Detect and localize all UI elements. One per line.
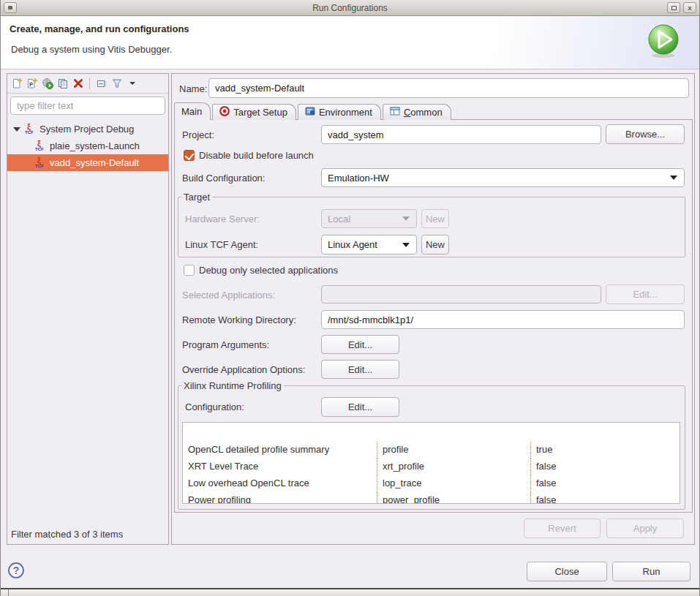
- question-mark-icon: ?: [13, 565, 20, 576]
- remote-dir-input[interactable]: [321, 310, 685, 329]
- debug-only-label: Debug only selected applications: [199, 265, 338, 276]
- tree-item-plaie-system-launch[interactable]: ξTCF plaie_system-Launch: [7, 137, 168, 154]
- tab-main[interactable]: Main: [174, 102, 211, 120]
- maximize-icon: [671, 6, 677, 10]
- chevron-down-icon: [402, 243, 410, 247]
- selected-apps-edit-button: Edit...: [606, 284, 685, 304]
- close-window-button[interactable]: x: [683, 2, 696, 13]
- common-icon: [390, 106, 400, 118]
- program-args-label: Program Arguments:: [182, 339, 269, 350]
- table-row[interactable]: XRT Level Trace xrt_profile false: [183, 459, 680, 475]
- hardware-server-select: Local: [321, 209, 417, 228]
- debug-only-checkbox[interactable]: [184, 265, 195, 276]
- profiling-option-key: profile: [377, 442, 530, 459]
- profiling-config-label: Configuration:: [185, 401, 244, 412]
- name-label: Name:: [179, 83, 207, 94]
- run-configurations-dialog: Run Configurations x Create, manage, and…: [0, 0, 700, 596]
- tab-label: Target Setup: [233, 107, 287, 118]
- override-options-label: Override Application Options:: [182, 364, 305, 375]
- window-title: Run Configurations: [1, 3, 699, 13]
- table-row[interactable]: OpenCL detailed profile summary profile …: [183, 442, 680, 459]
- page-subtitle: Debug a system using Vitis Debugger.: [11, 44, 172, 55]
- new-config-icon[interactable]: [10, 78, 23, 90]
- profiling-option-key: xrt_profile: [377, 459, 530, 475]
- selected-apps-label: Selected Applications:: [182, 290, 275, 301]
- linux-tcf-agent-new-button[interactable]: New: [421, 235, 449, 254]
- profiling-option-name: Low overhead OpenCL trace: [183, 475, 377, 492]
- tree-item-system-project-debug[interactable]: ξTCF System Project Debug: [7, 121, 168, 137]
- name-input[interactable]: [208, 78, 689, 98]
- browse-button[interactable]: Browse...: [606, 124, 685, 144]
- export-config-icon[interactable]: [41, 78, 53, 90]
- filter-input[interactable]: [10, 97, 165, 115]
- toolbar-separator: [89, 78, 90, 89]
- run-button[interactable]: Run: [612, 562, 690, 581]
- linux-tcf-agent-value: Linux Agent: [328, 239, 377, 250]
- build-config-label: Build Configuration:: [182, 173, 265, 184]
- tree-item-vadd-system-default[interactable]: ξTCF vadd_system-Default: [7, 154, 168, 171]
- editor-tabbar: Main Target Setup Environment Common: [174, 102, 453, 120]
- target-icon: [219, 106, 230, 118]
- chevron-down-icon: [402, 216, 410, 221]
- apply-button: Apply: [606, 518, 684, 538]
- profiling-option-value: false: [530, 475, 680, 492]
- window-menu-icon: [8, 6, 12, 10]
- tree-item-label: System Project Debug: [39, 124, 134, 135]
- window-menu-button[interactable]: [4, 2, 17, 13]
- override-options-edit-button[interactable]: Edit...: [321, 360, 399, 379]
- project-label: Project:: [182, 129, 214, 140]
- panel-divider: [8, 589, 9, 596]
- header-banner: Create, manage, and run configurations D…: [1, 16, 699, 69]
- profiling-table[interactable]: OpenCL detailed profile summary profile …: [182, 422, 680, 504]
- svg-text:P: P: [29, 81, 34, 88]
- tree-item-label: vadd_system-Default: [50, 157, 139, 168]
- tab-environment[interactable]: Environment: [298, 104, 381, 120]
- filter-icon[interactable]: [110, 78, 123, 90]
- duplicate-icon[interactable]: [56, 78, 69, 90]
- build-config-value: Emulation-HW: [328, 173, 389, 184]
- tab-common[interactable]: Common: [383, 104, 451, 120]
- linux-tcf-agent-label: Linux TCF Agent:: [185, 239, 258, 250]
- help-button[interactable]: ?: [8, 562, 24, 578]
- tab-main-content: Project: Browse... Disable build before …: [174, 119, 693, 513]
- new-prototype-icon[interactable]: P: [26, 78, 38, 90]
- profiling-group-legend: Xilinx Runtime Profiling: [181, 380, 284, 391]
- sidebar-toolbar: P: [7, 74, 168, 94]
- tab-label: Environment: [319, 107, 372, 118]
- hardware-server-new-button: New: [421, 209, 449, 228]
- tab-target-setup[interactable]: Target Setup: [212, 104, 296, 120]
- tab-label: Common: [404, 107, 443, 118]
- run-play-icon: [647, 23, 680, 61]
- tcf-debug-icon: ξTCF: [35, 157, 50, 168]
- profiling-option-name: XRT Level Trace: [183, 459, 377, 475]
- profiling-option-name: OpenCL detailed profile summary: [183, 442, 377, 459]
- project-input[interactable]: [321, 125, 601, 144]
- linux-tcf-agent-select[interactable]: Linux Agent: [321, 235, 417, 254]
- hardware-server-value: Local: [328, 214, 350, 225]
- expand-arrow-icon[interactable]: [13, 127, 20, 132]
- table-row[interactable]: Low overhead OpenCL trace lop_trace fals…: [183, 475, 680, 492]
- profiling-config-edit-button[interactable]: Edit...: [321, 397, 399, 417]
- disable-build-label: Disable build before launch: [199, 150, 314, 161]
- build-config-select[interactable]: Emulation-HW: [321, 168, 685, 187]
- revert-button: Revert: [524, 518, 601, 538]
- target-group-legend: Target: [181, 192, 212, 203]
- close-icon: x: [688, 4, 691, 12]
- profiling-option-key: lop_trace: [377, 475, 530, 492]
- configurations-tree: ξTCF System Project Debug ξTCF plaie_sys…: [7, 121, 168, 171]
- collapse-all-icon[interactable]: [95, 78, 108, 90]
- configurations-sidebar: P ξTCF: [7, 73, 169, 545]
- table-row[interactable]: Power profiling power_profile false: [183, 492, 680, 504]
- program-args-edit-button[interactable]: Edit...: [321, 335, 399, 354]
- profiling-option-value: true: [530, 442, 680, 459]
- close-button[interactable]: Close: [527, 562, 607, 581]
- page-title: Create, manage, and run configurations: [10, 23, 189, 34]
- delete-icon[interactable]: [72, 78, 84, 90]
- disable-build-checkbox[interactable]: [184, 150, 195, 161]
- tree-item-label: plaie_system-Launch: [50, 140, 140, 151]
- tcf-debug-icon: ξTCF: [35, 140, 50, 151]
- view-menu-icon[interactable]: [126, 78, 138, 90]
- remote-dir-label: Remote Working Directory:: [182, 314, 296, 325]
- maximize-button[interactable]: [667, 2, 680, 13]
- hardware-server-label: Hardware Server:: [185, 214, 260, 225]
